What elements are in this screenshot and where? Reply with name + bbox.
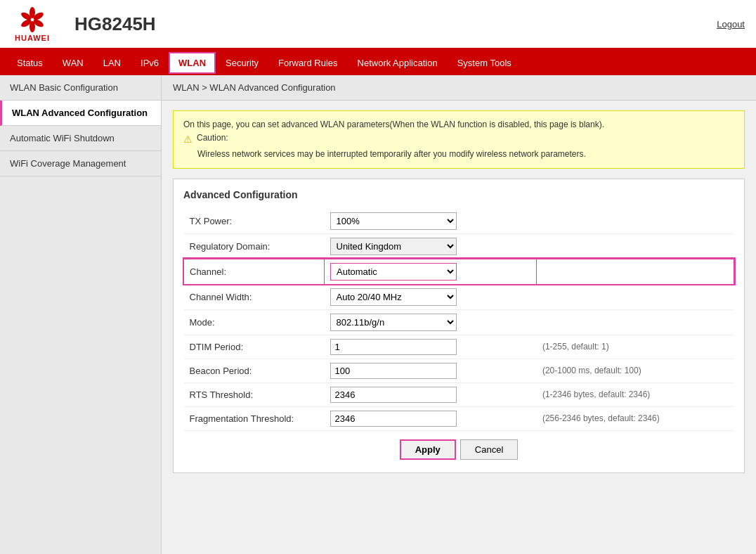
caution-text: Wireless network services may be interru…	[183, 148, 734, 161]
table-row-rts-threshold: RTS Threshold: (1-2346 bytes, default: 2…	[184, 382, 734, 406]
main-layout: WLAN Basic Configuration WLAN Advanced C…	[0, 75, 756, 554]
table-row-beacon-period: Beacon Period: (20-1000 ms, default: 100…	[184, 359, 734, 382]
nav-item-ipv6[interactable]: IPv6	[131, 52, 169, 74]
app-title: HG8245H	[74, 13, 156, 35]
input-channel-width: Auto 20/40 MHz 20 MHz 40 MHz	[325, 284, 537, 309]
text-frag-threshold[interactable]	[330, 411, 457, 427]
nav-item-status[interactable]: Status	[7, 52, 53, 74]
breadcrumb: WLAN > WLAN Advanced Configuration	[162, 75, 756, 101]
brand-name: HUAWEI	[15, 34, 50, 42]
select-channel[interactable]: Automatic 1 2 3 4 5 6	[330, 263, 457, 281]
nav-item-system-tools[interactable]: System Tools	[448, 52, 521, 74]
nav-item-forward-rules[interactable]: Forward Rules	[268, 52, 348, 74]
apply-button[interactable]: Apply	[400, 439, 456, 460]
config-title: Advanced Configuration	[183, 189, 734, 200]
label-channel: Channel:	[184, 259, 325, 284]
hint-beacon-period: (20-1000 ms, default: 100)	[537, 359, 734, 382]
input-beacon-period	[325, 359, 537, 382]
nav-item-security[interactable]: Security	[216, 52, 268, 74]
table-row-tx-power: TX Power: 100% 75% 50% 25%	[184, 209, 734, 234]
label-tx-power: TX Power:	[184, 209, 325, 234]
hint-regulatory-domain	[537, 233, 734, 259]
input-mode: 802.11b/g/n 802.11b/g 802.11n	[325, 309, 537, 335]
hint-mode	[537, 309, 734, 335]
table-row-dtim-period: DTIM Period: (1-255, default: 1)	[184, 335, 734, 359]
text-beacon-period[interactable]	[330, 363, 457, 379]
notice-box: On this page, you can set advanced WLAN …	[173, 110, 745, 169]
label-mode: Mode:	[184, 309, 325, 335]
notice-main-text: On this page, you can set advanced WLAN …	[183, 118, 734, 131]
logout-button[interactable]: Logout	[717, 19, 745, 30]
button-row: Apply Cancel	[183, 431, 734, 463]
content-area: WLAN > WLAN Advanced Configuration On th…	[162, 75, 756, 554]
label-frag-threshold: Fragmentation Threshold:	[184, 406, 325, 430]
huawei-logo	[11, 6, 53, 34]
logo-area: HUAWEI	[11, 6, 53, 42]
input-regulatory-domain: United Kingdom	[325, 233, 537, 259]
select-tx-power[interactable]: 100% 75% 50% 25%	[330, 212, 457, 230]
select-channel-width[interactable]: Auto 20/40 MHz 20 MHz 40 MHz	[330, 288, 457, 306]
warning-icon: ⚠	[183, 131, 193, 147]
label-regulatory-domain: Regulatory Domain:	[184, 233, 325, 259]
cancel-button[interactable]: Cancel	[460, 439, 518, 460]
table-row-channel-width: Channel Width: Auto 20/40 MHz 20 MHz 40 …	[184, 284, 734, 309]
table-row-regulatory-domain: Regulatory Domain: United Kingdom	[184, 233, 734, 259]
nav-item-wan[interactable]: WAN	[53, 52, 93, 74]
input-frag-threshold	[325, 406, 537, 430]
hint-channel	[537, 259, 734, 284]
input-rts-threshold	[325, 382, 537, 406]
hint-tx-power	[537, 209, 734, 234]
header: HUAWEI HG8245H Logout	[0, 0, 756, 50]
hint-frag-threshold: (256-2346 bytes, default: 2346)	[537, 406, 734, 430]
sidebar-item-wifi-coverage[interactable]: WiFi Coverage Management	[0, 151, 161, 176]
input-channel: Automatic 1 2 3 4 5 6	[325, 259, 537, 284]
config-section: Advanced Configuration TX Power: 100% 75…	[173, 179, 745, 473]
hint-rts-threshold: (1-2346 bytes, default: 2346)	[537, 382, 734, 406]
text-dtim-period[interactable]	[330, 339, 457, 355]
text-rts-threshold[interactable]	[330, 387, 457, 403]
label-dtim-period: DTIM Period:	[184, 335, 325, 359]
label-beacon-period: Beacon Period:	[184, 359, 325, 382]
caution-label: Caution:	[197, 131, 228, 145]
config-table: TX Power: 100% 75% 50% 25%	[183, 209, 734, 431]
hint-dtim-period: (1-255, default: 1)	[537, 335, 734, 359]
input-tx-power: 100% 75% 50% 25%	[325, 209, 537, 234]
table-row-frag-threshold: Fragmentation Threshold: (256-2346 bytes…	[184, 406, 734, 430]
hint-channel-width	[537, 284, 734, 309]
input-dtim-period	[325, 335, 537, 359]
nav-item-network-app[interactable]: Network Application	[348, 52, 448, 74]
caution-row: ⚠ Caution:	[183, 131, 734, 147]
sidebar-item-auto-wifi[interactable]: Automatic WiFi Shutdown	[0, 126, 161, 151]
nav-item-lan[interactable]: LAN	[93, 52, 131, 74]
nav-item-wlan[interactable]: WLAN	[169, 52, 216, 74]
table-row-channel: Channel: Automatic 1 2 3 4 5 6	[184, 259, 734, 284]
main-nav: Status WAN LAN IPv6 WLAN Security Forwar…	[0, 50, 756, 75]
sidebar-item-wlan-advanced[interactable]: WLAN Advanced Configuration	[0, 101, 161, 126]
label-channel-width: Channel Width:	[184, 284, 325, 309]
sidebar: WLAN Basic Configuration WLAN Advanced C…	[0, 75, 162, 554]
select-mode[interactable]: 802.11b/g/n 802.11b/g 802.11n	[330, 314, 457, 331]
select-regulatory-domain[interactable]: United Kingdom	[330, 238, 457, 255]
table-row-mode: Mode: 802.11b/g/n 802.11b/g 802.11n	[184, 309, 734, 335]
sidebar-item-wlan-basic[interactable]: WLAN Basic Configuration	[0, 75, 161, 101]
label-rts-threshold: RTS Threshold:	[184, 382, 325, 406]
